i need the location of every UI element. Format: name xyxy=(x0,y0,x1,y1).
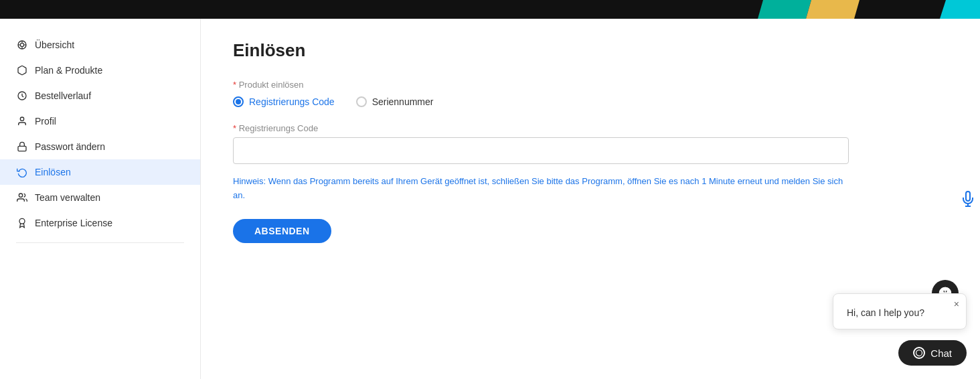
clock-icon xyxy=(16,90,28,102)
svg-point-7 xyxy=(20,117,23,121)
registration-code-input[interactable] xyxy=(233,137,849,164)
radio-label-serial: Seriennummer xyxy=(372,96,434,107)
chat-popup-text: Hi, can I help you? xyxy=(847,307,953,318)
radio-option-reg-code[interactable]: Registrierungs Code xyxy=(233,96,335,107)
mic-icon xyxy=(960,191,976,207)
deco-gold xyxy=(806,0,860,19)
chat-popup: × Hi, can I help you? xyxy=(833,293,967,329)
mic-icon-container[interactable] xyxy=(956,187,980,211)
sidebar-divider xyxy=(16,242,184,243)
sidebar-item-uebersicht[interactable]: Übersicht xyxy=(0,32,200,58)
required-star: * xyxy=(233,80,239,90)
sidebar-item-bestellverlauf[interactable]: Bestellverlauf xyxy=(0,83,200,108)
product-field-label: * Produkt einlösen xyxy=(233,80,948,90)
sidebar-item-label: Enterprise License xyxy=(35,218,112,228)
input-label-text: Registrierungs Code xyxy=(239,123,319,133)
radio-circle-serial xyxy=(356,96,367,107)
svg-point-1 xyxy=(20,43,23,46)
input-req-star: * xyxy=(233,123,239,133)
sidebar: Übersicht Plan & Produkte Bestellverlauf… xyxy=(0,19,201,379)
top-bar xyxy=(0,0,980,19)
target-icon xyxy=(16,39,28,51)
radio-option-serial[interactable]: Seriennummer xyxy=(356,96,434,107)
chat-widget: × Hi, can I help you? Chat xyxy=(833,293,967,366)
sidebar-item-label: Übersicht xyxy=(35,40,74,50)
svg-point-13 xyxy=(916,350,922,356)
input-field-label: * Registrierungs Code xyxy=(233,123,948,133)
chat-button-icon xyxy=(913,347,925,359)
sidebar-item-team-verwalten[interactable]: Team verwalten xyxy=(0,185,200,210)
lock-icon xyxy=(16,141,28,153)
sidebar-item-label: Einlösen xyxy=(35,167,71,177)
sidebar-item-label: Plan & Produkte xyxy=(35,65,102,76)
radio-circle-reg-code xyxy=(233,96,244,107)
page-title: Einlösen xyxy=(233,40,948,61)
sidebar-item-enterprise-license[interactable]: Enterprise License xyxy=(0,210,200,236)
sidebar-item-label: Profil xyxy=(35,116,56,127)
user-icon xyxy=(16,115,28,127)
sidebar-item-einloesen[interactable]: Einlösen xyxy=(0,159,200,185)
refresh-icon xyxy=(16,166,28,178)
hint-text: Hinweis: Wenn das Programm bereits auf I… xyxy=(233,175,849,203)
product-label-text: Produkt einlösen xyxy=(239,80,304,90)
chat-button[interactable]: Chat xyxy=(898,340,967,366)
radio-label-reg-code: Registrierungs Code xyxy=(249,96,335,107)
sidebar-item-profil[interactable]: Profil xyxy=(0,108,200,134)
svg-rect-8 xyxy=(18,146,26,151)
product-section: * Produkt einlösen Registrierungs Code S… xyxy=(233,80,948,107)
sidebar-item-label: Passwort ändern xyxy=(35,141,105,152)
deco-teal xyxy=(758,0,811,19)
sidebar-item-passwort-aendern[interactable]: Passwort ändern xyxy=(0,134,200,159)
top-bar-decoration xyxy=(758,0,860,19)
svg-point-10 xyxy=(19,218,25,224)
submit-button[interactable]: ABSENDEN xyxy=(233,219,331,243)
input-group: * Registrierungs Code xyxy=(233,123,948,164)
deco-cyan xyxy=(940,0,980,19)
radio-group: Registrierungs Code Seriennummer xyxy=(233,96,948,107)
chat-button-label: Chat xyxy=(930,348,952,359)
badge-icon xyxy=(16,217,28,229)
sidebar-item-label: Team verwalten xyxy=(35,192,100,203)
cube-icon xyxy=(16,64,28,76)
sidebar-item-plan-produkte[interactable]: Plan & Produkte xyxy=(0,58,200,83)
sidebar-item-label: Bestellverlauf xyxy=(35,90,91,101)
svg-point-9 xyxy=(19,194,22,197)
chat-popup-close[interactable]: × xyxy=(954,299,959,309)
users-icon xyxy=(16,192,28,204)
